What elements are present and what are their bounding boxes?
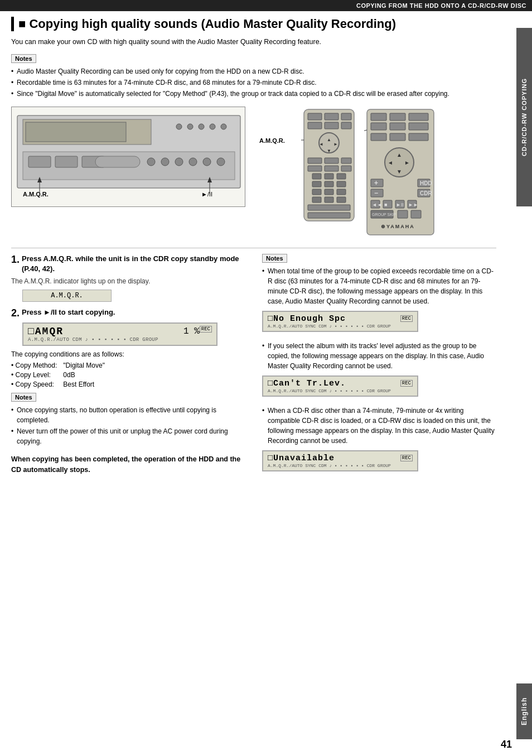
condition-value: Best Effort xyxy=(63,381,94,388)
page-title: ■ Copying high quality sounds (Audio Mas… xyxy=(11,17,496,31)
right-notes-list: When total time of the group to be copie… xyxy=(262,266,496,306)
svg-text:■: ■ xyxy=(384,202,387,208)
svg-rect-44 xyxy=(325,174,333,179)
right-note-item: When total time of the group to be copie… xyxy=(262,266,496,306)
condition-value: "Digital Move" xyxy=(63,362,105,369)
svg-rect-46 xyxy=(312,181,321,187)
header-bar: COPYING FROM THE HDD ONTO A CD-R/CD-RW D… xyxy=(0,0,532,11)
right-note-item: When a CD-R disc other than a 74-minute,… xyxy=(262,406,496,446)
condition-item: • Copy Speed: Best Effort xyxy=(11,381,251,388)
notes-list-1: Audio Master Quality Recording can be us… xyxy=(11,66,496,99)
conditions-intro: The copying conditions are as follows: xyxy=(11,350,251,358)
svg-rect-26 xyxy=(308,113,322,120)
svg-rect-45 xyxy=(337,174,346,179)
svg-point-4 xyxy=(187,124,193,129)
svg-text:►: ► xyxy=(333,142,338,147)
svg-rect-47 xyxy=(325,181,333,187)
svg-text:⊛YAMAHA: ⊛YAMAHA xyxy=(381,224,415,229)
note-item: Since "Digital Move" is automatically se… xyxy=(11,89,496,99)
svg-rect-52 xyxy=(312,197,321,203)
condition-item: • Copy Level: 0dB xyxy=(11,371,251,379)
svg-point-5 xyxy=(199,124,204,129)
svg-rect-59 xyxy=(371,113,386,121)
display3-main: □Unavailable xyxy=(268,454,335,463)
svg-point-12 xyxy=(147,158,155,166)
svg-rect-38 xyxy=(325,158,338,163)
condition-label: • Copy Speed: xyxy=(11,381,61,388)
svg-text:►II: ►II xyxy=(396,202,404,208)
step2: 2. Press ►/II to start copying. xyxy=(11,307,251,319)
svg-rect-66 xyxy=(390,133,405,141)
svg-text:+: + xyxy=(374,179,378,187)
svg-rect-67 xyxy=(409,133,428,141)
step1-title: Press A.M.Q.R. while the unit is in the … xyxy=(22,254,251,274)
svg-rect-65 xyxy=(371,133,386,141)
svg-rect-30 xyxy=(325,122,338,129)
remote-diagram-container: A.M.Q.R. ▲ ◄ ► ▼ xyxy=(262,107,496,238)
svg-rect-49 xyxy=(312,189,321,195)
display1-sub: A.M.Q.R./AUTO SYNC CDM ♪ ▪ ▪ ▪ ▪ ▪ ▪ CDR… xyxy=(268,324,413,329)
svg-point-13 xyxy=(161,158,169,166)
svg-text:A.M.Q.R.: A.M.Q.R. xyxy=(23,191,49,198)
svg-text:◄: ◄ xyxy=(388,160,393,166)
right-notes-list-2: If you select the album with its tracks'… xyxy=(262,341,496,371)
notes-badge-1: Notes xyxy=(11,54,36,63)
bottom-sidebar: English xyxy=(516,683,532,739)
device-svg: A.M.Q.R. ►/II xyxy=(12,107,245,207)
svg-rect-40 xyxy=(308,166,322,171)
svg-rect-48 xyxy=(337,181,346,187)
svg-point-15 xyxy=(189,158,197,166)
svg-rect-29 xyxy=(308,122,322,129)
note-item: Once copying starts, no button operation… xyxy=(11,405,251,425)
conditions-list: • Copy Method: "Digital Move" • Copy Lev… xyxy=(11,362,251,388)
divider xyxy=(11,248,496,248)
note-item: Never turn off the power of this unit or… xyxy=(11,426,251,446)
condition-label: • Copy Level: xyxy=(11,371,61,379)
display3-sub: A.M.Q.R./AUTO SYNC CDM ♪ ▪ ▪ ▪ ▪ ▪ ▪ CDR… xyxy=(268,463,413,468)
notes-list-2: Once copying starts, no button operation… xyxy=(11,405,251,446)
svg-rect-31 xyxy=(341,122,351,129)
svg-rect-9 xyxy=(28,156,51,167)
steps-right: Notes When total time of the group to be… xyxy=(262,254,496,477)
step2-number: 2. xyxy=(11,307,20,319)
device-diagram-container: A.M.Q.R. ►/II xyxy=(11,107,251,207)
display-unavailable: □Unavailable REC A.M.Q.R./AUTO SYNC CDM … xyxy=(262,450,418,471)
svg-point-6 xyxy=(210,124,215,129)
svg-rect-53 xyxy=(325,197,333,203)
svg-rect-56 xyxy=(308,213,350,218)
svg-text:▲: ▲ xyxy=(396,152,402,158)
display3-rec: REC xyxy=(400,455,413,461)
svg-rect-54 xyxy=(337,197,346,203)
copying-display: □AMQR 1 %REC A.M.Q.R./AUTO CDM ♪ ▪ ▪ ▪ ▪… xyxy=(22,322,217,346)
svg-rect-62 xyxy=(371,123,386,130)
svg-rect-39 xyxy=(341,158,351,163)
display-main-text: □AMQR xyxy=(28,326,64,337)
display1-main: □No Enough Spc xyxy=(268,314,346,324)
svg-rect-91 xyxy=(398,210,408,218)
condition-label: • Copy Method: xyxy=(11,362,61,369)
display-no-enough-space: □No Enough Spc REC A.M.Q.R./AUTO SYNC CD… xyxy=(262,311,418,332)
display-right-text: 1 %REC xyxy=(183,326,212,336)
device-diagram: A.M.Q.R. ►/II xyxy=(11,107,245,207)
svg-rect-55 xyxy=(308,205,350,210)
svg-rect-61 xyxy=(409,113,428,121)
svg-text:▼: ▼ xyxy=(327,148,331,153)
svg-rect-2 xyxy=(26,122,126,142)
svg-rect-51 xyxy=(337,189,346,195)
display-cant-trlev: □Can't Tr.Lev. REC A.M.Q.R./AUTO SYNC CD… xyxy=(262,375,418,397)
svg-point-7 xyxy=(221,124,226,129)
svg-text:−: − xyxy=(374,189,378,197)
amqr-remote-label: A.M.Q.R. xyxy=(259,137,285,144)
svg-rect-64 xyxy=(409,123,428,130)
svg-rect-28 xyxy=(341,113,351,120)
svg-rect-27 xyxy=(325,113,338,120)
svg-point-17 xyxy=(217,158,225,166)
step1-sub: The A.M.Q.R. indicator lights up on the … xyxy=(11,277,251,285)
amqr-indicator-display: A.M.Q.R. xyxy=(22,290,112,302)
intro-text: You can make your own CD with high quali… xyxy=(11,37,496,47)
svg-text:▲: ▲ xyxy=(327,137,331,142)
bold-closing: When copying has been completed, the ope… xyxy=(11,454,251,475)
svg-rect-92 xyxy=(411,210,421,218)
notes-badge-2: Notes xyxy=(11,393,36,402)
condition-item: • Copy Method: "Digital Move" xyxy=(11,362,251,369)
